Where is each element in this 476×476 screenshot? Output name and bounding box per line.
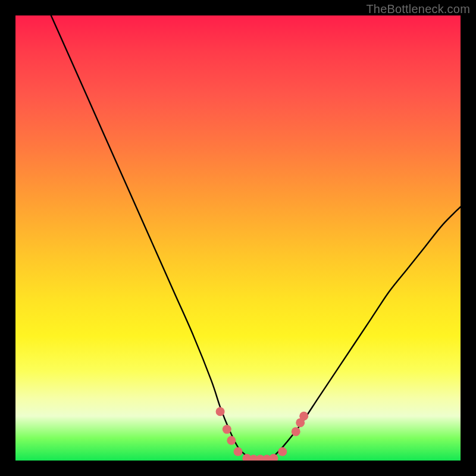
marker-dot: [299, 412, 308, 421]
marker-dot: [227, 436, 236, 445]
chart-svg: [15, 15, 461, 461]
plot-area: [15, 15, 461, 461]
curve-layer: [51, 15, 461, 461]
bottleneck-curve: [51, 15, 461, 461]
chart-frame: TheBottleneck.com: [0, 0, 476, 476]
marker-dot: [234, 447, 243, 456]
marker-dot: [278, 447, 287, 456]
marker-dot: [223, 425, 231, 434]
watermark-text: TheBottleneck.com: [366, 2, 470, 16]
marker-dot: [292, 427, 300, 436]
marker-dot: [216, 407, 225, 416]
marker-dot: [269, 454, 278, 461]
marker-layer: [216, 407, 309, 461]
